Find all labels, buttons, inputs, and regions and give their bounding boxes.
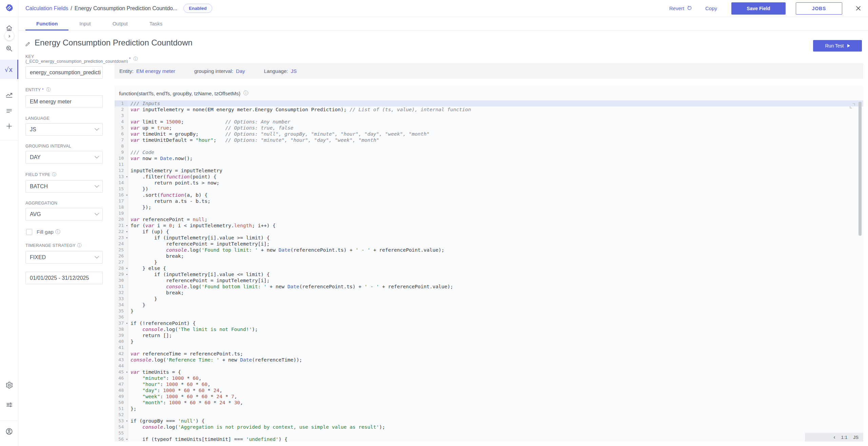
line-number: 56▾ [115,436,128,442]
chevron-right-icon: › [8,33,11,39]
edit-title-icon[interactable] [24,41,31,49]
line-number: 46 [115,375,128,381]
fold-icon[interactable]: ▾ [126,436,128,442]
key-label: KEY (_ECD_energy_consumption_prediction_… [25,54,103,64]
collapse-statusbar-icon[interactable]: ‹ [833,434,835,440]
info-icon[interactable]: ⓘ [52,172,56,178]
fill-gap-checkbox-box[interactable] [26,229,32,235]
line-number: 38 [115,326,128,332]
timerange-strategy-select[interactable]: FIXED [25,251,103,264]
line-number: 27 [115,259,128,265]
revert-button[interactable]: Revert [669,5,692,12]
code-line: 31 console.log('Found bottom limit: ' + … [115,284,863,290]
fold-icon[interactable]: ▾ [126,418,128,424]
code-line: 53▾if (groupBy === 'null') { [115,418,863,424]
line-number: 32 [115,290,128,296]
grouping-interval-select[interactable]: DAY [25,151,103,163]
line-number: 54 [115,424,128,430]
sidebar-item-account[interactable] [0,424,18,440]
line-number: 29▾ [115,271,128,277]
code-line: 27 } [115,259,863,265]
info-icon[interactable]: ⓘ [46,87,51,93]
calculated-fields-icon: √x [5,66,13,73]
sidebar-item-search[interactable] [0,41,18,57]
breadcrumb-current: Energy Consumption Prediction Countdo... [75,5,177,12]
code-line: 14 return point.ts > now; [115,180,863,186]
language-select[interactable]: JS [25,123,103,136]
code-line: 44 [115,363,863,369]
line-number: 42 [115,351,128,357]
jobs-button[interactable]: JOBS [796,2,842,15]
line-number: 24 [115,241,128,247]
code-line: 29▾ if (inputTelemetry[i].value <= limit… [115,271,863,277]
fill-gap-label: Fill gap [37,229,54,235]
run-test-button[interactable]: Run Test [813,40,862,52]
context-value[interactable]: Day [236,68,245,74]
line-number: 22▾ [115,229,128,235]
sidebar-expand-button[interactable]: › [5,31,14,40]
sidebar-item-settings[interactable] [0,378,18,393]
code-editor[interactable]: 1/// Inputs2var inputTelemetry = none(EM… [115,100,863,442]
editor-language: JS [853,435,859,440]
fold-icon[interactable]: ▾ [126,265,128,271]
save-field-button[interactable]: Save Field [731,2,786,15]
entities-icon [5,106,13,116]
line-number: 18 [115,204,128,210]
key-input[interactable]: energy_consumption_predicti [25,66,103,79]
context-value[interactable]: EM energy meter [136,68,175,74]
fold-icon[interactable]: ▾ [126,320,128,326]
function-signature-bar: function(startTs, endTs, groupBy, tzName… [115,86,863,100]
sidebar-item-sliders[interactable] [0,397,18,413]
line-number: 21▾ [115,222,128,229]
tab-output[interactable]: Output [102,17,139,30]
aggregation-select[interactable]: AVG [25,208,103,220]
chevron-down-icon [95,183,99,188]
code-line: 21▾for (var i = 0; i < inputTelemetry.le… [115,222,863,229]
sidebar-item-calculated-fields[interactable]: √x [0,60,18,79]
code-line: 43console.log('Reference Time: ' + new D… [115,357,863,363]
tab-tasks[interactable]: Tasks [139,17,173,30]
code-line: 16▾ .sort(function(a, b) { [115,192,863,198]
code-line: 54 console.log('Aggregation is not provi… [115,424,863,430]
editor-scrollbar[interactable] [859,102,862,236]
line-number: 37▾ [115,320,128,326]
fold-icon[interactable]: ▾ [126,271,128,277]
code-line: 42var referenceTime = referencePoint.ts; [115,351,863,357]
timerange-input[interactable]: 01/01/2025 - 31/12/2025 [25,272,103,284]
tab-input[interactable]: Input [68,17,101,30]
fold-icon[interactable]: ▾ [126,192,128,198]
info-icon[interactable]: ⓘ [243,90,248,96]
sidebar-item-trending[interactable] [0,88,18,103]
code-line: 32 break; [115,290,863,296]
tab-function[interactable]: Function [25,17,68,30]
fold-icon[interactable]: ▾ [126,235,128,241]
context-value[interactable]: JS [291,68,297,74]
fold-icon[interactable]: ▾ [126,222,128,229]
fold-icon[interactable]: ▾ [126,229,128,235]
fold-icon[interactable]: ▾ [126,174,128,180]
fill-gap-checkbox[interactable]: Fill gapⓘ [26,229,103,235]
grouping-interval-value: DAY [30,154,41,160]
sidebar-item-entities[interactable] [0,103,18,119]
entity-input[interactable]: EM energy meter [25,95,103,108]
key-value: energy_consumption_predicti [30,70,101,76]
breadcrumb-link[interactable]: Calculation Fields [25,5,68,12]
info-icon[interactable]: ⓘ [134,56,138,62]
close-icon[interactable] [854,5,862,12]
line-number: 40 [115,338,128,345]
field-type-select[interactable]: BATCH [25,180,103,193]
code-line: 4var limit = 15000; // Options: Any numb… [115,119,863,125]
code-line: 28▾ } else { [115,265,863,271]
code-line: 45▾var timeUnits = { [115,369,863,375]
line-number: 30 [115,277,128,284]
info-icon[interactable]: ⓘ [55,229,60,235]
timerange-strategy-label: TIMERANGE STRATEGYⓘ [25,243,103,249]
code-line: 1/// Inputs [115,100,863,106]
info-icon[interactable]: ⓘ [77,243,82,249]
fold-icon[interactable]: ▾ [126,369,128,375]
status-badge: Enabled [183,4,212,13]
code-line: 10var now = Date.now(); [115,155,863,161]
sidebar-item-add[interactable] [0,119,18,135]
copy-button[interactable]: Copy [705,5,717,11]
expand-editor-icon[interactable] [849,102,856,111]
